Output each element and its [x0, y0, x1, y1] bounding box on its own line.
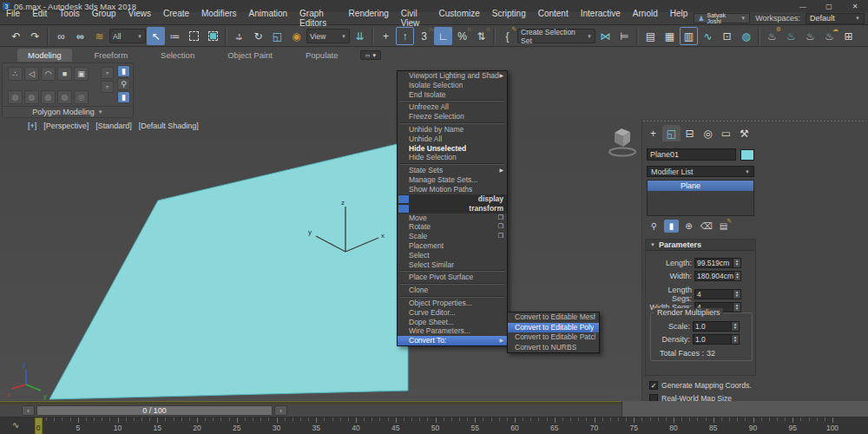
toolbar-button[interactable]	[493, 28, 496, 45]
width-spinner[interactable]: ▲▼	[733, 272, 740, 280]
menu-item[interactable]: File	[0, 9, 26, 28]
pm-preview-button-2[interactable]: ◍	[24, 90, 39, 104]
toolbar-button[interactable]	[372, 28, 374, 45]
pm-side-button-2[interactable]: ▫	[101, 81, 114, 93]
quad-menu-item[interactable]: Rotate ❒	[398, 222, 507, 232]
quad-menu-item[interactable]: Scale ❒	[398, 232, 507, 241]
timeline-ruler[interactable]: ∿ 05101520253035404550556065707580859095…	[0, 417, 868, 434]
pm-collapse-button[interactable]: ▮	[117, 91, 130, 103]
toggle-ribbon-button[interactable]: ▥	[680, 27, 698, 45]
submenu-item[interactable]: Convert to NURBS	[508, 343, 599, 353]
viewport-pov-menu[interactable]: [Perspective]	[43, 122, 89, 130]
quad-menu-item[interactable]: Unhide All	[398, 135, 507, 144]
minimize-ribbon-button[interactable]: ▭▼	[360, 50, 381, 60]
quad-menu-item[interactable]: Clone	[398, 286, 507, 295]
keyboard-shortcut-override-toggle[interactable]: ↑	[396, 27, 414, 45]
mirror-button[interactable]: ⋈	[596, 27, 615, 45]
schematic-view-button[interactable]: ⊡	[718, 27, 736, 45]
undo-button[interactable]: ↶	[7, 27, 25, 45]
render-production-button[interactable]: ♨	[801, 27, 819, 45]
quad-menu-item[interactable]: Unfreeze All	[398, 102, 507, 112]
create-selection-set-dropdown[interactable]: Create Selection Set ▼	[517, 29, 595, 43]
generate-mapping-coords-checkbox[interactable]: ✓	[649, 381, 658, 390]
menu-item[interactable]: Scripting	[486, 9, 532, 28]
length-segs-spinner[interactable]: ▲▼	[733, 290, 740, 299]
align-button[interactable]: ⊨	[615, 27, 634, 45]
quad-menu-item[interactable]: Select Similar	[398, 260, 507, 270]
render-in-cloud-button[interactable]: ♨ ☁	[820, 27, 838, 45]
tab-create[interactable]: +	[644, 125, 662, 141]
ribbon-tab[interactable]: Selection	[150, 49, 205, 62]
show-end-result-button[interactable]: ▮	[664, 220, 679, 233]
workspace-dropdown[interactable]: Default ▼	[806, 13, 865, 24]
pm-side-button-1[interactable]: ▫	[101, 67, 114, 79]
unlink-selection-button[interactable]: ∞	[71, 27, 89, 45]
ribbon-tab[interactable]: Modeling	[17, 49, 72, 62]
object-name-field[interactable]: Plane01	[647, 148, 736, 161]
quad-menu-item[interactable]: Viewport Lighting and Shadows ▶	[398, 71, 507, 81]
menu-item[interactable]: Rendering	[343, 9, 395, 28]
window-crossing-toggle[interactable]	[204, 27, 222, 45]
menu-item[interactable]: Animation	[243, 9, 293, 28]
quad-menu-item[interactable]: Wire Parameters...	[398, 326, 507, 336]
next-frame-button[interactable]: ›	[274, 405, 287, 416]
menu-item[interactable]: Customize	[433, 9, 486, 28]
select-and-rotate-button[interactable]: ↻	[249, 27, 267, 45]
toolbar-button[interactable]	[636, 28, 639, 45]
border-mode-button[interactable]: ◠	[41, 67, 56, 81]
minimize-button[interactable]: —	[790, 0, 816, 12]
menu-item[interactable]: Civil View	[395, 9, 433, 28]
quad-menu-item[interactable]: Object Properties...	[398, 299, 507, 308]
quad-menu-item[interactable]: Freeze Selection	[398, 112, 507, 122]
ribbon-tab[interactable]: Object Paint	[217, 49, 283, 62]
quad-menu-item[interactable]: Dope Sheet...	[398, 318, 507, 327]
curve-editor-button[interactable]: ∿	[699, 27, 717, 45]
mini-curve-editor-icon[interactable]: ∿	[12, 420, 19, 430]
parameters-rollout-header[interactable]: ▼ Parameters	[646, 240, 755, 251]
element-mode-button[interactable]: ▣	[74, 67, 89, 81]
toolbar-button[interactable]	[225, 28, 227, 45]
tab-utilities[interactable]: ⚒	[735, 125, 753, 141]
pm-preview-button-1[interactable]: ◍	[8, 90, 23, 104]
menu-item[interactable]: Modifiers	[195, 9, 243, 28]
width-field[interactable]: 180.904cm ▲▼	[694, 271, 741, 281]
quad-menu-item[interactable]: End Isolate	[398, 90, 507, 100]
object-color-swatch[interactable]	[740, 149, 754, 161]
quad-menu-item[interactable]: Move ❒	[398, 214, 507, 223]
menu-item[interactable]: Tools	[53, 9, 85, 28]
quad-menu-item[interactable]: Show Motion Paths	[398, 185, 507, 194]
menu-item[interactable]: Interactive	[575, 9, 627, 28]
select-and-place-button[interactable]: ◉	[287, 27, 306, 45]
select-and-scale-button[interactable]: ◱	[268, 27, 286, 45]
quad-menu-item[interactable]: Placement	[398, 241, 507, 251]
make-unique-button[interactable]: ⊕	[681, 220, 696, 233]
polygon-mode-button[interactable]: ■	[57, 67, 72, 81]
spinner-snap-toggle[interactable]: ⇅ ∩	[472, 27, 490, 45]
render-presets-button[interactable]: ⊞	[839, 27, 858, 45]
modifier-stack-row[interactable]: Plane	[648, 181, 753, 191]
menu-item[interactable]: Create	[157, 9, 195, 28]
pm-modify-mode-button[interactable]: ▮	[117, 65, 130, 77]
rectangular-selection-region-button[interactable]	[185, 27, 203, 45]
time-slider-handle[interactable]: 0 / 100	[36, 405, 273, 416]
modifier-list-dropdown[interactable]: Modifier List ▼	[647, 166, 754, 177]
toolbar-button[interactable]	[758, 28, 760, 45]
submenu-item[interactable]: Convert to Editable Patch	[508, 332, 599, 343]
use-pivot-point-center-button[interactable]: ⇊	[351, 27, 369, 45]
viewport-shading-menu[interactable]: [Default Shading]	[139, 122, 199, 130]
select-and-manipulate-button[interactable]: +	[377, 27, 395, 45]
menu-item[interactable]: Views	[122, 9, 158, 28]
density-spinner[interactable]: ▲▼	[731, 335, 739, 344]
perspective-viewport[interactable]: z x y x y z [+] [Perspective] [Standard]…	[0, 119, 642, 401]
quad-menu-item[interactable]: Hide Selection	[398, 153, 507, 162]
polygon-modeling-caption[interactable]: Polygon Modeling▼	[3, 106, 133, 117]
toggle-scene-explorer-button[interactable]: ▤	[641, 27, 660, 45]
edge-mode-button[interactable]: ◁	[24, 67, 39, 81]
quad-menu-item[interactable]: Place Pivot Surface	[398, 273, 507, 282]
previous-frame-button[interactable]: ‹	[22, 405, 35, 416]
menu-item[interactable]: Arnold	[627, 9, 664, 28]
percent-snap-toggle[interactable]: % ∩	[453, 27, 471, 45]
submenu-item[interactable]: Convert to Editable Poly	[508, 323, 599, 333]
tab-display[interactable]: ▭	[717, 125, 735, 141]
quad-menu-item[interactable]: Isolate Selection	[398, 81, 507, 90]
